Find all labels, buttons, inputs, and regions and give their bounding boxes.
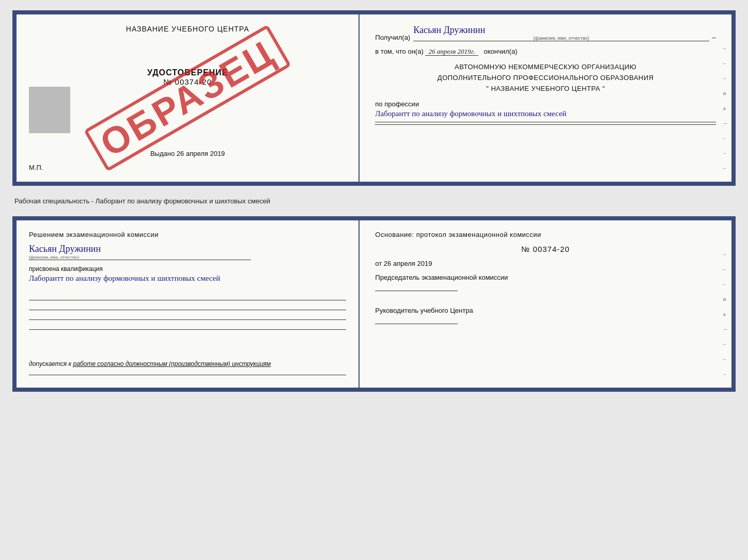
- qualification-label: присвоена квалификация: [29, 265, 346, 273]
- protocol-date: от 26 апреля 2019: [375, 260, 716, 267]
- protocol-date-value: 26 апреля 2019: [384, 260, 432, 267]
- chairman-signature-line: [375, 291, 458, 291]
- date-value: 26 апреля 2019г.: [425, 47, 478, 56]
- finished-label: окончил(а): [484, 47, 518, 55]
- certificate-label: УДОСТОВЕРЕНИЕ: [147, 68, 228, 77]
- chairman-label: Председатель экзаменационной комиссии: [375, 274, 716, 281]
- bottom-certificate: Решением экзаменационной комиссии Касьян…: [12, 216, 736, 392]
- dash-after-name: –: [712, 34, 716, 41]
- chairman-block: Председатель экзаменационной комиссии: [375, 274, 716, 292]
- basis-label: Основание: протокол экзаменационной коми…: [375, 231, 716, 238]
- bottom-line-3: [29, 319, 346, 320]
- decision-text: Решением экзаменационной комиссии: [29, 231, 346, 238]
- profession-label: по профессии: [375, 100, 716, 108]
- allowed-block: допускается к работе согласно должностны…: [29, 360, 346, 367]
- cert-bottom-left: Решением экзаменационной комиссии Касьян…: [17, 220, 360, 388]
- qualification-value: Лаборантт по анализу формовочных и шихтп…: [29, 274, 220, 282]
- recipient-line: Получил(а) Касьян Дружинин (фамилия, имя…: [375, 25, 716, 41]
- top-certificate: НАЗВАНИЕ УЧЕБНОГО ЦЕНТРА УДОСТОВЕРЕНИЕ №…: [12, 10, 736, 186]
- person-name-wrapper: Касьян Дружинин (фамилия, имя, отчество): [29, 244, 251, 260]
- right-edge-marks-top: – – – и а ← – – –: [723, 45, 728, 171]
- bottom-line-4: [29, 329, 346, 330]
- date-line: в том, что он(а) 26 апреля 2019г. окончи…: [375, 47, 716, 56]
- recipient-name: Касьян Дружинин: [413, 25, 709, 36]
- issued-label: Выдано: [150, 150, 175, 157]
- person-subtitle: (фамилия, имя, отчество): [29, 254, 251, 260]
- bottom-line-1: [29, 300, 346, 300]
- allowed-label: допускается к: [29, 360, 71, 367]
- recipient-name-wrapper: Касьян Дружинин (фамилия, имя, отчество): [413, 25, 709, 41]
- org-line2: ДОПОЛНИТЕЛЬНОГО ПРОФЕССИОНАЛЬНОГО ОБРАЗО…: [375, 73, 716, 84]
- mp-label: М.П.: [29, 164, 43, 171]
- cert-number-top: № 00374-20: [163, 77, 212, 86]
- cert-top-left: НАЗВАНИЕ УЧЕБНОГО ЦЕНТРА УДОСТОВЕРЕНИЕ №…: [17, 14, 360, 182]
- org-block: АВТОНОМНУЮ НЕКОММЕРЧЕСКУЮ ОРГАНИЗАЦИЮ ДО…: [375, 62, 716, 94]
- underline1: [375, 122, 716, 122]
- separator-text: Рабочая специальность - Лаборант по анал…: [12, 194, 736, 208]
- allowed-value: работе согласно должностным (производств…: [73, 360, 271, 367]
- qualification-block: присвоена квалификация Лаборантт по анал…: [29, 265, 346, 284]
- protocol-number: № 00374-20: [375, 245, 716, 253]
- cert-issued-date: Выдано 26 апреля 2019: [150, 150, 225, 157]
- date-label: в том, что он(а): [375, 47, 423, 55]
- org-line3: " НАЗВАНИЕ УЧЕБНОГО ЦЕНТРА ": [375, 84, 716, 94]
- received-label: Получил(а): [375, 34, 410, 41]
- underline2: [375, 124, 716, 125]
- director-signature-line: [375, 324, 458, 324]
- right-edge-marks-bottom: – – – и а ← – – –: [723, 251, 728, 377]
- training-center-title: НАЗВАНИЕ УЧЕБНОГО ЦЕНТРА: [126, 25, 250, 33]
- director-block: Руководитель учебного Центра: [375, 307, 716, 325]
- director-label: Руководитель учебного Центра: [375, 307, 716, 314]
- org-line1: АВТОНОМНУЮ НЕКОММЕРЧЕСКУЮ ОРГАНИЗАЦИЮ: [375, 62, 716, 73]
- protocol-date-prefix: от: [375, 260, 382, 267]
- issued-date-value: 26 апреля 2019: [177, 150, 225, 157]
- person-name: Касьян Дружинин: [29, 244, 251, 254]
- bottom-line-2: [29, 310, 346, 310]
- profession-value: Лаборантт по анализу формовочных и шихтп…: [375, 108, 716, 120]
- cert-top-right: Получил(а) Касьян Дружинин (фамилия, имя…: [360, 14, 731, 182]
- cert-bottom-right: Основание: протокол экзаменационной коми…: [360, 220, 731, 388]
- bottom-line-5: [29, 375, 346, 375]
- profession-block: по профессии Лаборантт по анализу формов…: [375, 100, 716, 127]
- photo-placeholder: [29, 87, 70, 133]
- recipient-subtitle: (фамилия, имя, отчество): [413, 36, 709, 41]
- page-wrapper: НАЗВАНИЕ УЧЕБНОГО ЦЕНТРА УДОСТОВЕРЕНИЕ №…: [12, 10, 736, 392]
